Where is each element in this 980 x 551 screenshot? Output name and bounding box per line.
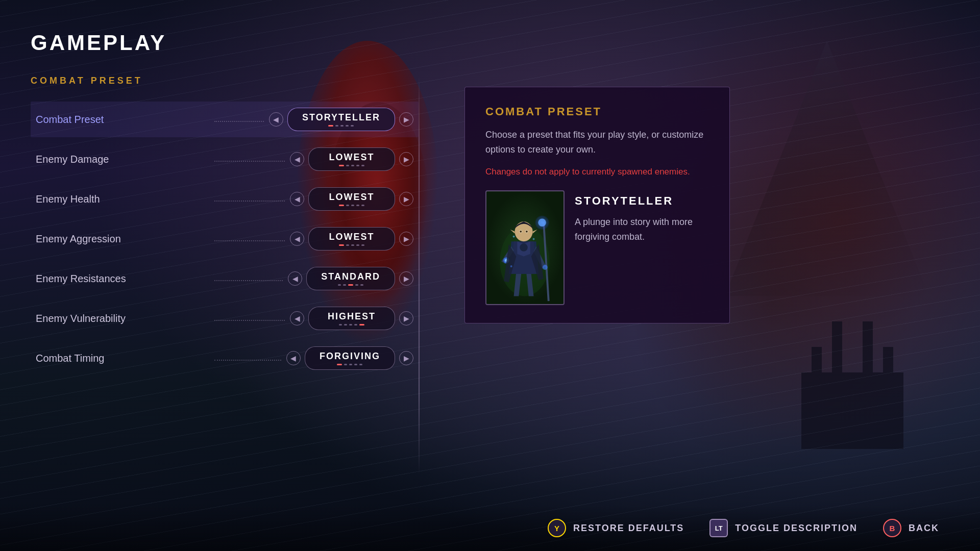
selector-dots-row-combat-timing: [337, 364, 362, 365]
selector-dot-enemy-damage-1: [346, 165, 349, 166]
restore-defaults-badge: Y: [548, 519, 566, 537]
section-title-combat-preset: COMBAT PRESET: [31, 76, 419, 86]
selector-dot-enemy-resistances-1: [343, 284, 346, 286]
selector-value-enemy-resistances: STANDARD: [321, 271, 380, 282]
selector-box-enemy-health: LOWEST: [308, 187, 395, 211]
selector-dot-enemy-resistances-0: [338, 284, 341, 286]
setting-row-combat-preset[interactable]: Combat Preset◀STORYTELLER▶: [31, 102, 419, 137]
svg-point-14: [513, 236, 515, 238]
selector-dot-enemy-health-3: [356, 205, 359, 206]
selector-box-enemy-damage: LOWEST: [308, 147, 395, 171]
selector-dot-combat-preset-0: [328, 125, 333, 127]
value-selector-combat-preset: ◀STORYTELLER▶: [269, 108, 413, 131]
selector-box-combat-preset: STORYTELLER: [287, 108, 395, 131]
setting-row-enemy-resistances[interactable]: Enemy Resistances◀STANDARD▶: [31, 261, 419, 296]
setting-label-enemy-vulnerability: Enemy Vulnerability: [36, 313, 209, 324]
dots-enemy-resistances: [214, 280, 283, 281]
selector-dot-combat-preset-4: [351, 125, 354, 127]
arrow-left-enemy-resistances[interactable]: ◀: [288, 271, 302, 286]
selector-dots-row-enemy-resistances: [338, 284, 363, 286]
selector-dots-row-enemy-health: [339, 205, 364, 206]
selector-dot-enemy-vulnerability-2: [349, 324, 352, 325]
selector-dot-enemy-vulnerability-4: [359, 324, 364, 325]
selector-dot-combat-timing-3: [354, 364, 357, 365]
back-action[interactable]: B BACK: [883, 519, 939, 537]
arrow-left-combat-preset[interactable]: ◀: [269, 112, 283, 127]
restore-defaults-action[interactable]: Y RESTORE DEFAULTS: [548, 519, 684, 537]
dots-combat-preset: [214, 121, 264, 122]
arrow-left-enemy-damage[interactable]: ◀: [290, 152, 304, 166]
selector-box-enemy-resistances: STANDARD: [306, 267, 395, 290]
right-panel: COMBAT PRESET Choose a preset that fits …: [449, 31, 949, 551]
svg-point-15: [533, 238, 535, 240]
selector-dot-enemy-damage-2: [351, 165, 354, 166]
setting-row-enemy-damage[interactable]: Enemy Damage◀LOWEST▶: [31, 141, 419, 177]
value-selector-enemy-aggression: ◀LOWEST▶: [290, 227, 413, 251]
selector-value-enemy-aggression: LOWEST: [329, 232, 375, 242]
description-box: COMBAT PRESET Choose a preset that fits …: [464, 87, 730, 323]
dots-enemy-damage: [214, 161, 285, 162]
value-selector-enemy-health: ◀LOWEST▶: [290, 187, 413, 211]
setting-label-enemy-resistances: Enemy Resistances: [36, 273, 209, 285]
selector-dot-enemy-damage-3: [356, 165, 359, 166]
arrow-right-enemy-aggression[interactable]: ▶: [399, 232, 413, 246]
toggle-description-action[interactable]: LT TOGGLE DESCRIPTION: [709, 519, 857, 537]
selector-dot-combat-timing-4: [359, 364, 362, 365]
selector-value-enemy-damage: LOWEST: [329, 152, 375, 163]
preset-detail: STORYTELLER A plunge into story with mor…: [485, 190, 709, 305]
toggle-description-badge: LT: [709, 519, 728, 537]
svg-point-8: [520, 243, 528, 252]
selector-dot-enemy-vulnerability-0: [339, 324, 342, 325]
setting-label-enemy-damage: Enemy Damage: [36, 154, 209, 165]
setting-row-enemy-aggression[interactable]: Enemy Aggression◀LOWEST▶: [31, 221, 419, 257]
selector-box-enemy-aggression: LOWEST: [308, 227, 395, 251]
selector-dot-enemy-damage-0: [339, 165, 344, 166]
setting-row-combat-timing[interactable]: Combat Timing◀FORGIVING▶: [31, 340, 419, 376]
svg-point-4: [538, 219, 546, 227]
selector-dot-enemy-health-4: [361, 205, 364, 206]
selector-dot-combat-timing-1: [344, 364, 347, 365]
selector-dot-enemy-damage-4: [361, 165, 364, 166]
arrow-left-enemy-health[interactable]: ◀: [290, 192, 304, 206]
arrow-right-enemy-damage[interactable]: ▶: [399, 152, 413, 166]
selector-box-combat-timing: FORGIVING: [305, 346, 395, 370]
selector-dot-enemy-resistances-4: [360, 284, 363, 286]
value-selector-enemy-damage: ◀LOWEST▶: [290, 147, 413, 171]
selector-dots-row-combat-preset: [328, 125, 354, 127]
selector-dot-combat-preset-1: [335, 125, 338, 127]
selector-dot-combat-timing-2: [349, 364, 352, 365]
arrow-right-enemy-health[interactable]: ▶: [399, 192, 413, 206]
toggle-description-label: TOGGLE DESCRIPTION: [735, 523, 857, 534]
selector-dot-combat-preset-3: [346, 125, 349, 127]
selector-dot-enemy-aggression-3: [356, 244, 359, 246]
arrow-right-combat-preset[interactable]: ▶: [399, 112, 413, 127]
preset-info: STORYTELLER A plunge into story with mor…: [575, 190, 709, 244]
desc-text: Choose a preset that fits your play styl…: [485, 128, 709, 157]
value-selector-combat-timing: ◀FORGIVING▶: [286, 346, 413, 370]
selector-dots-row-enemy-aggression: [339, 244, 364, 246]
preset-description: A plunge into story with more forgiving …: [575, 215, 709, 244]
arrow-left-enemy-aggression[interactable]: ◀: [290, 232, 304, 246]
desc-warning: Changes do not apply to currently spawne…: [485, 165, 709, 179]
arrow-left-enemy-vulnerability[interactable]: ◀: [290, 311, 304, 325]
arrow-right-combat-timing[interactable]: ▶: [399, 351, 413, 365]
selector-value-enemy-vulnerability: HIGHEST: [328, 311, 376, 322]
setting-label-enemy-health: Enemy Health: [36, 193, 209, 205]
svg-point-9: [515, 221, 533, 241]
setting-row-enemy-health[interactable]: Enemy Health◀LOWEST▶: [31, 181, 419, 217]
selector-dot-enemy-health-0: [339, 205, 344, 206]
selector-value-enemy-health: LOWEST: [329, 192, 375, 203]
svg-point-13: [526, 231, 528, 233]
settings-list: Combat Preset◀STORYTELLER▶Enemy Damage◀L…: [31, 102, 419, 376]
arrow-right-enemy-resistances[interactable]: ▶: [399, 271, 413, 286]
value-selector-enemy-resistances: ◀STANDARD▶: [288, 267, 413, 290]
arrow-right-enemy-vulnerability[interactable]: ▶: [399, 311, 413, 325]
setting-label-combat-preset: Combat Preset: [36, 114, 209, 126]
selector-dot-enemy-vulnerability-1: [344, 324, 347, 325]
preset-name: STORYTELLER: [575, 194, 709, 208]
setting-row-enemy-vulnerability[interactable]: Enemy Vulnerability◀HIGHEST▶: [31, 300, 419, 336]
selector-dots-row-enemy-damage: [339, 165, 364, 166]
arrow-left-combat-timing[interactable]: ◀: [286, 351, 301, 365]
bottom-bar: Y RESTORE DEFAULTS LT TOGGLE DESCRIPTION…: [0, 505, 980, 551]
dots-combat-timing: [214, 360, 281, 361]
